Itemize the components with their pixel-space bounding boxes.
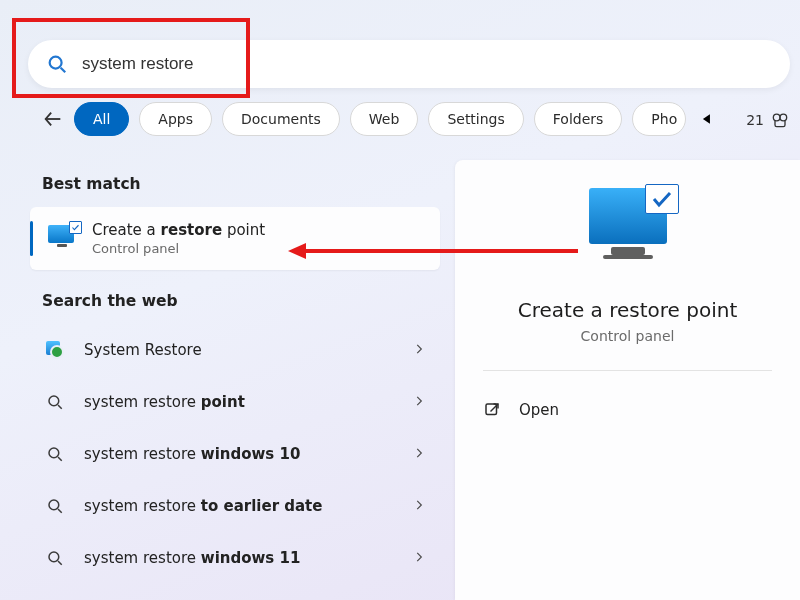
svg-line-13 <box>58 561 62 565</box>
rewards-icon <box>770 110 790 130</box>
svg-line-11 <box>58 509 62 513</box>
web-results-list: System Restoresystem restore pointsystem… <box>30 324 440 584</box>
filter-photos[interactable]: Pho <box>632 102 686 136</box>
web-result-4[interactable]: system restore windows 11 <box>30 532 440 584</box>
web-result-label: System Restore <box>84 341 412 359</box>
web-result-label: system restore point <box>84 393 412 411</box>
system-restore-icon <box>42 337 68 363</box>
chevron-right-icon <box>412 341 426 360</box>
chevron-right-icon <box>412 393 426 412</box>
search-web-heading: Search the web <box>42 292 440 310</box>
detail-subtitle: Control panel <box>581 328 675 344</box>
best-match-text: Create a restore point Control panel <box>92 221 265 256</box>
svg-rect-14 <box>486 404 497 415</box>
restore-point-icon <box>48 225 76 253</box>
svg-point-0 <box>50 57 62 69</box>
search-bar[interactable] <box>28 40 790 88</box>
detail-hero-icon <box>583 188 673 274</box>
filter-folders[interactable]: Folders <box>534 102 623 136</box>
filter-row: All Apps Documents Web Settings Folders … <box>42 102 800 136</box>
rewards-count: 21 <box>746 112 764 128</box>
svg-line-7 <box>58 405 62 409</box>
svg-point-4 <box>773 114 780 121</box>
divider <box>483 370 772 371</box>
filter-web[interactable]: Web <box>350 102 419 136</box>
search-input[interactable] <box>82 54 790 74</box>
search-icon <box>42 493 68 519</box>
open-action[interactable]: Open <box>455 397 800 423</box>
svg-point-12 <box>49 552 59 562</box>
web-result-1[interactable]: system restore point <box>30 376 440 428</box>
filter-all[interactable]: All <box>74 102 129 136</box>
web-result-label: system restore windows 10 <box>84 445 412 463</box>
back-button[interactable] <box>42 108 64 130</box>
chevron-right-icon <box>412 497 426 516</box>
web-result-label: system restore windows 11 <box>84 549 412 567</box>
web-result-label: system restore to earlier date <box>84 497 412 515</box>
search-icon <box>46 53 68 75</box>
search-icon <box>42 389 68 415</box>
filter-settings[interactable]: Settings <box>428 102 523 136</box>
best-match-result[interactable]: Create a restore point Control panel <box>30 207 440 270</box>
svg-line-1 <box>61 68 66 73</box>
search-icon <box>42 545 68 571</box>
detail-title: Create a restore point <box>518 298 737 322</box>
open-icon <box>483 401 501 419</box>
filter-apps[interactable]: Apps <box>139 102 212 136</box>
svg-point-6 <box>49 396 59 406</box>
svg-marker-3 <box>703 114 710 123</box>
web-result-2[interactable]: system restore windows 10 <box>30 428 440 480</box>
rewards-indicator[interactable]: 21 <box>746 110 790 130</box>
svg-line-9 <box>58 457 62 461</box>
svg-point-5 <box>780 114 787 121</box>
chevron-right-icon <box>412 445 426 464</box>
scroll-right-button[interactable] <box>696 108 718 130</box>
detail-panel: Create a restore point Control panel Ope… <box>455 160 800 600</box>
filter-documents[interactable]: Documents <box>222 102 340 136</box>
open-label: Open <box>519 401 559 419</box>
web-result-0[interactable]: System Restore <box>30 324 440 376</box>
svg-point-8 <box>49 448 59 458</box>
svg-point-10 <box>49 500 59 510</box>
web-result-3[interactable]: system restore to earlier date <box>30 480 440 532</box>
best-match-heading: Best match <box>42 175 440 193</box>
search-icon <box>42 441 68 467</box>
chevron-right-icon <box>412 549 426 568</box>
results-column: Best match Create a restore point Contro… <box>30 165 440 584</box>
